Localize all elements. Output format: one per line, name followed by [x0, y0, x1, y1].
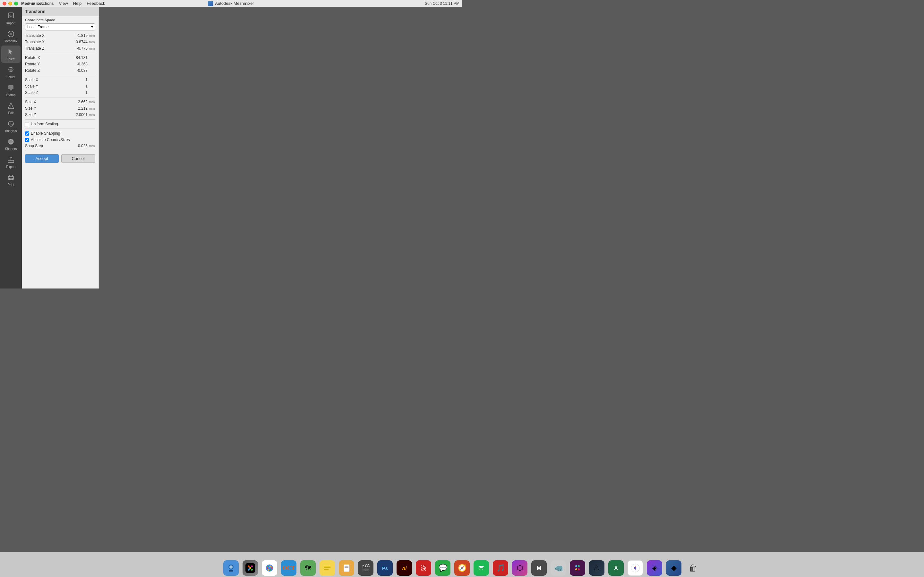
svg-rect-7 — [8, 85, 13, 89]
translate-z-value[interactable]: -0.775 — [68, 46, 87, 51]
snap-step-value[interactable]: 0.025 — [71, 143, 87, 148]
menu-help[interactable]: Help — [71, 0, 84, 7]
uniform-scaling-label: Uniform Scaling — [31, 122, 58, 126]
accept-button[interactable]: Accept — [25, 154, 59, 163]
size-z-value[interactable]: 2.0001 — [68, 113, 87, 117]
snap-step-unit: mm — [89, 144, 95, 148]
rotate-y-value[interactable]: -0.368 — [68, 62, 87, 66]
rotate-z-value[interactable]: -0.037 — [68, 68, 87, 73]
translate-x-row: Translate X -1.819 mm — [22, 32, 99, 39]
scale-z-label: Scale Z — [25, 90, 68, 95]
rotate-x-label: Rotate X — [25, 55, 68, 60]
size-y-value[interactable]: 2.212 — [68, 106, 87, 111]
transform-panel: Transform Coordinate Space Local Frame ▾… — [22, 7, 99, 288]
size-x-value[interactable]: 2.662 — [68, 100, 87, 104]
main-layout: Import Meshmix Select — [0, 7, 462, 288]
translate-y-value[interactable]: 0.8744 — [68, 40, 87, 44]
translate-y-row: Translate Y 0.8744 mm — [22, 39, 99, 45]
sidebar-item-shaders[interactable]: Shaders — [1, 135, 21, 153]
left-sidebar: Import Meshmix Select — [0, 7, 22, 288]
translate-y-label: Translate Y — [25, 40, 68, 44]
maximize-button[interactable] — [14, 2, 18, 5]
coord-space-dropdown[interactable]: Local Frame ▾ — [25, 23, 95, 31]
rotate-z-label: Rotate Z — [25, 68, 68, 73]
size-z-label: Size Z — [25, 113, 68, 117]
sidebar-item-select[interactable]: Select — [1, 45, 21, 63]
sidebar-item-export[interactable]: Export — [1, 153, 21, 171]
sidebar-item-import[interactable]: Import — [1, 10, 21, 27]
scale-x-value[interactable]: 1 — [68, 77, 87, 82]
size-y-unit: mm — [89, 106, 95, 110]
sidebar-item-meshmix[interactable]: Meshmix — [1, 27, 21, 45]
import-icon — [6, 11, 15, 21]
menu-view[interactable]: View — [57, 0, 71, 7]
print-icon — [6, 173, 15, 182]
rotate-x-value[interactable]: 84.181 — [68, 55, 87, 60]
translate-x-unit: mm — [89, 34, 95, 37]
sidebar-label-stamp: Stamp — [6, 93, 16, 97]
sidebar-label-analysis: Analysis — [5, 129, 17, 133]
translate-x-label: Translate X — [25, 33, 68, 38]
sidebar-item-edit[interactable]: Edit — [1, 99, 21, 117]
rotate-y-row: Rotate Y -0.368 — [22, 61, 99, 67]
edit-icon — [6, 101, 15, 110]
size-x-row: Size X 2.662 mm — [22, 99, 99, 105]
traffic-lights — [3, 2, 18, 5]
sidebar-label-select: Select — [6, 57, 15, 61]
scale-z-row: Scale Z 1 — [22, 89, 99, 96]
scale-y-row: Scale Y 1 — [22, 83, 99, 89]
scale-x-label: Scale X — [25, 77, 68, 82]
minimize-button[interactable] — [8, 2, 12, 5]
menu-feedback[interactable]: Feedback — [84, 0, 107, 7]
sidebar-label-export: Export — [6, 165, 16, 169]
menu-actions[interactable]: Actions — [37, 0, 57, 7]
titlebar-center: Autodesk Meshmixer — [208, 1, 254, 6]
uniform-scaling-checkbox[interactable] — [25, 122, 29, 126]
translate-z-unit: mm — [89, 47, 95, 50]
snap-step-row: Snap Step 0.025 mm — [22, 143, 99, 149]
sidebar-item-analysis[interactable]: Analysis — [1, 117, 21, 135]
date-time: Sun Oct 3 11:11 PM — [425, 1, 459, 6]
cancel-button[interactable]: Cancel — [61, 154, 95, 163]
enable-snapping-label: Enable Snapping — [31, 131, 60, 135]
scale-y-value[interactable]: 1 — [68, 84, 87, 89]
svg-rect-8 — [10, 89, 12, 90]
rotate-y-label: Rotate Y — [25, 62, 68, 66]
sidebar-label-sculpt: Sculpt — [6, 75, 15, 79]
size-z-row: Size Z 2.0001 mm — [22, 111, 99, 118]
menu-file[interactable]: File — [26, 0, 37, 7]
enable-snapping-row: Enable Snapping — [22, 130, 99, 137]
enable-snapping-checkbox[interactable] — [25, 131, 29, 135]
titlebar: Meshmixer File Actions View Help Feedbac… — [0, 0, 462, 7]
size-x-label: Size X — [25, 100, 68, 104]
shaders-icon — [6, 137, 15, 146]
snap-step-label: Snap Step — [25, 143, 71, 148]
viewport-wrapper: RIGHT Makerbot Replicator 2 ▾ W — [99, 7, 462, 288]
absolute-coords-checkbox[interactable] — [25, 138, 29, 142]
absolute-coords-label: Absolute Coords/Sizes — [31, 137, 69, 142]
translate-z-label: Translate Z — [25, 46, 68, 51]
sidebar-item-stamp[interactable]: Stamp — [1, 81, 21, 99]
close-button[interactable] — [3, 2, 6, 5]
coord-space-value: Local Frame — [27, 25, 49, 29]
sidebar-item-print[interactable]: Print — [1, 171, 21, 189]
scale-y-label: Scale Y — [25, 84, 68, 89]
svg-point-5 — [10, 33, 12, 35]
absolute-coords-row: Absolute Coords/Sizes — [22, 137, 99, 143]
sidebar-item-sculpt[interactable]: Sculpt — [1, 63, 21, 81]
select-icon — [6, 47, 15, 56]
translate-y-unit: mm — [89, 40, 95, 44]
system-icons: Sun Oct 3 11:11 PM — [425, 1, 459, 6]
sidebar-label-edit: Edit — [8, 111, 13, 115]
scale-z-value[interactable]: 1 — [68, 90, 87, 95]
translate-z-row: Translate Z -0.775 mm — [22, 45, 99, 52]
menu-bar: File Actions View Help Feedback — [26, 0, 107, 7]
svg-point-11 — [11, 107, 11, 108]
analysis-icon — [6, 119, 15, 128]
size-y-label: Size Y — [25, 106, 68, 111]
button-row: Accept Cancel — [22, 152, 99, 165]
sidebar-label-shaders: Shaders — [5, 147, 17, 151]
translate-x-value[interactable]: -1.819 — [68, 33, 87, 38]
sculpt-icon — [6, 65, 15, 74]
sidebar-label-print: Print — [8, 183, 15, 187]
